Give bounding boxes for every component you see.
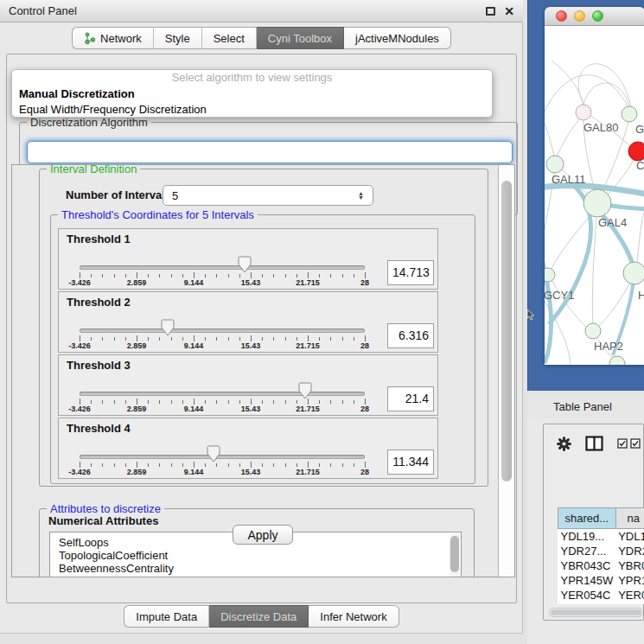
- table-row[interactable]: YDL19...YDL1: [558, 529, 644, 544]
- tab-impute-data[interactable]: Impute Data: [124, 605, 209, 628]
- slider-thumb[interactable]: [298, 382, 312, 399]
- table-row[interactable]: YDR27...YDR2: [558, 544, 644, 558]
- settings-viewport: Interval Definition Number of Intervals …: [12, 165, 498, 577]
- node-label: H: [638, 289, 644, 302]
- num-intervals-value: 5: [172, 189, 178, 202]
- network-edge[interactable]: [592, 217, 596, 323]
- attribute-list-item[interactable]: TopologicalCoefficient: [59, 549, 461, 562]
- tab-label: Discretize Data: [220, 610, 296, 623]
- network-node-node-top-right[interactable]: [622, 106, 637, 122]
- checkbox-checked-icon[interactable]: [617, 438, 628, 449]
- thresholds-container: Threshold 1-3.4262.8599.14415.4321.71528…: [58, 228, 438, 481]
- table-row[interactable]: YER054CYER0: [558, 588, 644, 603]
- threshold-value-field[interactable]: 6.316: [387, 323, 434, 348]
- network-node-gal80[interactable]: [576, 105, 591, 120]
- num-intervals-label: Number of Intervals: [66, 185, 171, 206]
- column-header-na[interactable]: na: [615, 508, 644, 529]
- network-edge[interactable]: [607, 205, 644, 209]
- close-traffic-light-icon[interactable]: [556, 10, 567, 22]
- mouse-cursor-icon: [526, 309, 537, 322]
- table-row[interactable]: YPR145WYPR1: [558, 573, 644, 588]
- tab-network[interactable]: Network: [72, 27, 154, 49]
- network-edge[interactable]: [545, 104, 554, 156]
- table-cell: YER054C: [558, 588, 616, 603]
- table-panel-titlebar[interactable]: Table Panel: [527, 394, 644, 418]
- threshold-label: Threshold 4: [67, 422, 131, 435]
- cyni-bottom-tab-bar: Impute DataDiscretize DataInfer Network: [0, 605, 523, 628]
- network-node-hap2[interactable]: [585, 323, 601, 339]
- network-edge[interactable]: [578, 64, 631, 106]
- threshold-label: Threshold 1: [67, 233, 131, 245]
- column-header-shared[interactable]: shared...: [558, 508, 616, 529]
- close-icon[interactable]: ✕: [504, 6, 514, 16]
- slider-thumb[interactable]: [238, 256, 252, 273]
- threshold-value-field[interactable]: 11.344: [387, 450, 434, 475]
- slider-tick-labels: -3.4262.8599.14415.4321.71528: [80, 278, 365, 287]
- tab-style[interactable]: Style: [154, 27, 202, 49]
- settings-scrollpane: Interval Definition Number of Intervals …: [11, 164, 515, 577]
- float-window-icon[interactable]: [486, 7, 495, 16]
- network-canvas[interactable]: GAL80GACGAL11GAL4GCY1HHAP2: [545, 26, 644, 365]
- network-node-gcy1[interactable]: [545, 268, 555, 282]
- slider-tick-labels: -3.4262.8599.14415.4321.71528: [80, 468, 365, 476]
- numerical-attributes-label: Numerical Attributes: [48, 514, 158, 527]
- slider-tick-labels: -3.4262.8599.14415.4321.71528: [80, 405, 365, 413]
- slider-track[interactable]: [80, 392, 365, 396]
- list-scrollbar[interactable]: [450, 533, 460, 577]
- table-row[interactable]: YBR045CYBR0: [558, 603, 644, 605]
- table-hscrollbar-thumb[interactable]: [551, 609, 641, 615]
- tab-select[interactable]: Select: [202, 27, 257, 49]
- table-row[interactable]: YBR043CYBR0: [558, 558, 644, 573]
- list-scrollbar-thumb[interactable]: [450, 536, 459, 572]
- table-cell: YER0: [615, 588, 644, 603]
- slider-thumb[interactable]: [207, 445, 220, 462]
- algorithm-combo[interactable]: [27, 141, 513, 163]
- desktop: Control Panel ✕ NetworkStyleSelectCyni T…: [0, 0, 644, 644]
- network-node-gal11[interactable]: [546, 156, 564, 173]
- node-label: C: [636, 159, 644, 172]
- slider-ticks: [80, 272, 366, 278]
- popup-item-equal-width-frequency-discretization[interactable]: Equal Width/Frequency Discretization: [12, 102, 492, 118]
- network-node-node-right-h[interactable]: [623, 262, 644, 284]
- cyni-toolbox-panel: Discretization Algorithm Table Data galF…: [6, 54, 517, 603]
- tab-infer-network[interactable]: Infer Network: [309, 605, 399, 628]
- attribute-list-item[interactable]: BetweennessCentrality: [59, 562, 461, 575]
- table-toolbar: [544, 430, 644, 457]
- zoom-traffic-light-icon[interactable]: [592, 10, 603, 22]
- control-panel-titlebar[interactable]: Control Panel ✕: [0, 0, 523, 22]
- network-edge[interactable]: [583, 83, 629, 106]
- gear-icon[interactable]: [557, 437, 571, 451]
- split-columns-icon[interactable]: [585, 436, 603, 451]
- control-panel-tab-bar: NetworkStyleSelectCyni ToolboxjActiveMNo…: [0, 27, 523, 49]
- slider-track[interactable]: [80, 265, 365, 270]
- network-view-frame[interactable]: GAL80GACGAL11GAL4GCY1HHAP2: [527, 0, 644, 391]
- slider-track[interactable]: [80, 455, 365, 459]
- network-window-titlebar[interactable]: [545, 7, 644, 26]
- tab-jactivemnodules[interactable]: jActiveMNodules: [344, 27, 451, 49]
- table-hscrollbar[interactable]: [549, 608, 643, 617]
- slider-track[interactable]: [80, 328, 365, 333]
- table-cell: YBR0: [615, 558, 644, 573]
- table-cell: YBR045C: [558, 603, 616, 605]
- num-intervals-combo[interactable]: 5 ▲▼: [163, 185, 373, 206]
- threshold-label: Threshold 2: [67, 296, 131, 309]
- node-table[interactable]: shared...naYDL19...YDL1YDR27...YDR2YBR04…: [551, 466, 644, 604]
- network-node-node-selected-red[interactable]: [628, 142, 644, 161]
- tab-cyni-toolbox[interactable]: Cyni Toolbox: [257, 27, 344, 49]
- network-edge[interactable]: [557, 118, 580, 156]
- algorithm-dropdown-popup: Select algorithm to view settings Manual…: [11, 69, 493, 118]
- threshold-value-field[interactable]: 21.4: [387, 386, 434, 411]
- settings-scrollbar-thumb[interactable]: [501, 181, 512, 481]
- checkbox-checked-icon[interactable]: [630, 438, 641, 449]
- network-node-gal4[interactable]: [583, 189, 611, 217]
- popup-item-manual-discretization[interactable]: Manual Discretization: [12, 86, 492, 102]
- threshold-panel-threshold-3: Threshold 3-3.4262.8599.14415.4321.71528…: [58, 354, 438, 416]
- settings-scrollbar[interactable]: [498, 165, 514, 577]
- threshold-value-field[interactable]: 14.713: [387, 260, 434, 285]
- apply-button[interactable]: Apply: [233, 525, 293, 545]
- network-icon: [84, 32, 96, 45]
- panel-title: Control Panel: [9, 4, 77, 17]
- minimize-traffic-light-icon[interactable]: [574, 10, 585, 22]
- slider-thumb[interactable]: [161, 319, 175, 336]
- tab-discretize-data[interactable]: Discretize Data: [209, 605, 309, 628]
